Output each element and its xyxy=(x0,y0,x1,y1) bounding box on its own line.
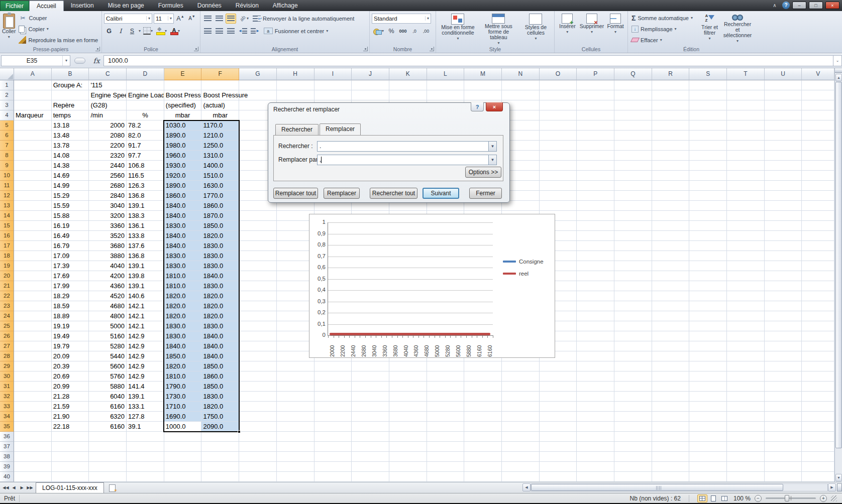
cell-F39[interactable] xyxy=(201,462,239,472)
cell-R13[interactable] xyxy=(652,201,690,211)
paste-button[interactable]: Coller ▾ xyxy=(2,13,16,46)
cell-S36[interactable] xyxy=(689,432,727,442)
cell-K39[interactable] xyxy=(389,462,427,472)
cell-B7[interactable]: 13.78 xyxy=(52,141,89,151)
cell-U9[interactable] xyxy=(765,161,802,171)
cell-P37[interactable] xyxy=(577,442,614,452)
cell-D12[interactable]: 136.8 xyxy=(127,191,164,201)
cell-R9[interactable] xyxy=(652,161,690,171)
cell-E11[interactable]: 1890.0 xyxy=(164,181,202,191)
column-header-H[interactable]: H xyxy=(277,68,314,80)
cell-Q11[interactable] xyxy=(614,181,652,191)
column-header-C[interactable]: C xyxy=(89,68,127,80)
scroll-down-button[interactable]: ▼ xyxy=(835,474,842,481)
cell-J33[interactable] xyxy=(352,402,389,412)
cell-O30[interactable] xyxy=(540,371,577,382)
cell-V15[interactable] xyxy=(802,221,834,231)
cell-P4[interactable] xyxy=(577,110,614,120)
cell-T35[interactable] xyxy=(727,422,765,432)
cell-P9[interactable] xyxy=(577,161,614,171)
cell-D22[interactable]: 140.6 xyxy=(127,291,164,301)
cell-P17[interactable] xyxy=(577,241,614,251)
cell-G37[interactable] xyxy=(239,442,277,452)
cell-I33[interactable] xyxy=(314,402,352,412)
underline-button[interactable]: S xyxy=(127,26,137,36)
cell-F35[interactable]: 2090.0 xyxy=(201,422,239,432)
bold-button[interactable]: G xyxy=(104,26,114,36)
cell-F2[interactable]: Boost Pressure xyxy=(201,90,239,100)
cell-F28[interactable]: 1840.0 xyxy=(201,351,239,361)
vertical-scrollbar[interactable]: ▲ ▼ xyxy=(834,68,842,482)
cell-O1[interactable] xyxy=(540,80,577,90)
cell-N32[interactable] xyxy=(502,392,540,402)
cell-P5[interactable] xyxy=(577,120,614,131)
cell-U5[interactable] xyxy=(765,120,802,131)
cell-C24[interactable]: 4800 xyxy=(89,311,127,321)
cell-Q23[interactable] xyxy=(614,301,652,311)
font-color-button[interactable]: A▾ xyxy=(169,26,181,36)
cell-G29[interactable] xyxy=(239,361,277,371)
row-header-3[interactable]: 3 xyxy=(0,100,14,110)
cell-F9[interactable]: 1400.0 xyxy=(201,161,239,171)
cell-V27[interactable] xyxy=(802,341,834,351)
cell-T12[interactable] xyxy=(727,191,765,201)
column-header-K[interactable]: K xyxy=(389,68,427,80)
cell-P18[interactable] xyxy=(577,251,614,261)
cell-O2[interactable] xyxy=(540,90,577,100)
find-all-button[interactable]: Rechercher tout xyxy=(370,188,417,199)
cell-E16[interactable]: 1840.0 xyxy=(164,231,202,241)
find-input[interactable]: . ▼ xyxy=(317,141,497,152)
cell-G36[interactable] xyxy=(239,432,277,442)
cell-Q31[interactable] xyxy=(614,382,652,392)
cell-R2[interactable] xyxy=(652,90,690,100)
horizontal-scrollbar[interactable]: ◀ ▶ xyxy=(522,483,842,491)
cell-O9[interactable] xyxy=(540,161,577,171)
column-header-G[interactable]: G xyxy=(239,68,277,80)
cell-F40[interactable] xyxy=(201,472,239,482)
cell-V37[interactable] xyxy=(802,442,834,452)
cell-B18[interactable]: 17.09 xyxy=(52,251,89,261)
cell-S17[interactable] xyxy=(689,241,727,251)
increase-decimal-button[interactable]: ,0 xyxy=(409,26,419,36)
cell-K31[interactable] xyxy=(389,382,427,392)
cell-J39[interactable] xyxy=(352,462,389,472)
cell-G22[interactable] xyxy=(239,291,277,301)
cell-S32[interactable] xyxy=(689,392,727,402)
cell-D20[interactable]: 139.8 xyxy=(127,271,164,281)
scroll-up-button[interactable]: ▲ xyxy=(835,74,842,81)
cell-B3[interactable]: Repère xyxy=(52,100,89,110)
cell-P3[interactable] xyxy=(577,100,614,110)
cell-T5[interactable] xyxy=(727,120,765,131)
cell-C23[interactable]: 4680 xyxy=(89,301,127,311)
cell-B21[interactable]: 17.99 xyxy=(52,281,89,291)
cell-Q4[interactable] xyxy=(614,110,652,120)
cell-C6[interactable]: 2080 xyxy=(89,131,127,141)
column-header-L[interactable]: L xyxy=(427,68,465,80)
cell-B24[interactable]: 18.89 xyxy=(52,311,89,321)
cell-P36[interactable] xyxy=(577,432,614,442)
cell-S30[interactable] xyxy=(689,371,727,382)
cell-S20[interactable] xyxy=(689,271,727,281)
cell-A34[interactable] xyxy=(14,412,52,422)
cell-styles-button[interactable]: Styles de cellules ▾ xyxy=(519,13,552,46)
page-break-view-button[interactable] xyxy=(719,494,729,502)
cell-P24[interactable] xyxy=(577,311,614,321)
cell-T20[interactable] xyxy=(727,271,765,281)
cell-B8[interactable]: 14.08 xyxy=(52,151,89,161)
cell-A1[interactable] xyxy=(14,80,52,90)
cell-J40[interactable] xyxy=(352,472,389,482)
cell-S12[interactable] xyxy=(689,191,727,201)
cell-Q12[interactable] xyxy=(614,191,652,201)
cell-S14[interactable] xyxy=(689,211,727,221)
cell-T23[interactable] xyxy=(727,301,765,311)
cell-T9[interactable] xyxy=(727,161,765,171)
cell-S24[interactable] xyxy=(689,311,727,321)
row-header-24[interactable]: 24 xyxy=(0,311,14,321)
cell-B27[interactable]: 19.79 xyxy=(52,341,89,351)
cell-F13[interactable]: 1860.0 xyxy=(201,201,239,211)
cell-P22[interactable] xyxy=(577,291,614,301)
cell-V4[interactable] xyxy=(802,110,834,120)
cell-T38[interactable] xyxy=(727,452,765,462)
dialog-tab-remplacer[interactable]: Remplacer xyxy=(320,123,361,135)
cell-G40[interactable] xyxy=(239,472,277,482)
